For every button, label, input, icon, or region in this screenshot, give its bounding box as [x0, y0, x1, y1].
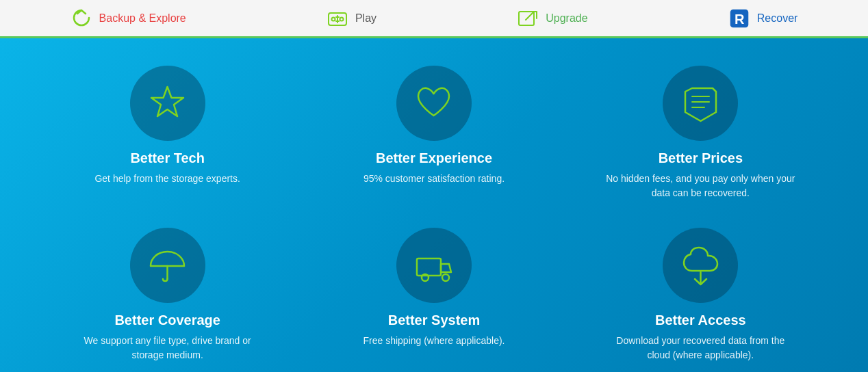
- tag-icon: [678, 81, 723, 126]
- recover-icon: R: [728, 8, 750, 29]
- system-icon-circle: [396, 228, 472, 303]
- tech-desc: Get help from the storage experts.: [94, 172, 240, 186]
- system-title: Better System: [388, 313, 481, 328]
- main-nav: Backup & Explore Play: [27, 8, 841, 29]
- feature-coverage: Better Coverage We support any file type…: [41, 221, 294, 369]
- coverage-icon-circle: [130, 228, 205, 303]
- backup-icon: [71, 8, 92, 29]
- feature-system: Better System Free shipping (where appli…: [307, 221, 560, 369]
- svg-point-2: [340, 17, 343, 21]
- upgrade-icon: [517, 8, 539, 29]
- svg-point-1: [331, 17, 335, 21]
- prices-desc: No hidden fees, and you pay only when yo…: [604, 172, 796, 200]
- main-content: Better Tech Get help from the storage ex…: [0, 38, 868, 372]
- feature-prices: Better Prices No hidden fees, and you pa…: [574, 59, 827, 207]
- nav-upgrade[interactable]: Upgrade: [517, 8, 587, 29]
- header: Backup & Explore Play: [0, 0, 868, 38]
- nav-backup-label: Backup & Explore: [99, 12, 186, 25]
- coverage-desc: We support any file type, drive brand or…: [72, 334, 264, 362]
- feature-tech: Better Tech Get help from the storage ex…: [41, 59, 294, 207]
- nav-play[interactable]: Play: [327, 8, 376, 29]
- svg-text:R: R: [735, 12, 745, 27]
- prices-title: Better Prices: [659, 150, 743, 166]
- experience-title: Better Experience: [376, 150, 492, 166]
- cloud-download-icon: [678, 243, 723, 288]
- tech-icon-circle: [130, 66, 205, 141]
- experience-icon-circle: [396, 66, 472, 141]
- prices-icon-circle: [663, 66, 738, 141]
- umbrella-icon: [145, 243, 190, 288]
- nav-play-label: Play: [355, 12, 376, 25]
- access-icon-circle: [663, 228, 738, 303]
- svg-marker-6: [151, 87, 183, 116]
- experience-desc: 95% customer satisfaction rating.: [363, 172, 505, 186]
- truck-icon: [411, 243, 456, 288]
- nav-recover-label: Recover: [757, 12, 798, 25]
- access-desc: Download your recovered data from the cl…: [604, 334, 796, 362]
- access-title: Better Access: [655, 313, 746, 328]
- nav-upgrade-label: Upgrade: [546, 12, 587, 25]
- coverage-title: Better Coverage: [114, 313, 220, 328]
- feature-experience: Better Experience 95% customer satisfact…: [307, 59, 560, 207]
- svg-rect-11: [417, 258, 441, 276]
- feature-access: Better Access Download your recovered da…: [574, 221, 827, 369]
- play-icon: [327, 8, 348, 29]
- svg-point-13: [442, 274, 449, 281]
- system-desc: Free shipping (where applicable).: [363, 334, 505, 348]
- tech-title: Better Tech: [130, 150, 205, 166]
- nav-recover[interactable]: R Recover: [728, 8, 798, 29]
- star-icon: [145, 81, 190, 126]
- heart-icon: [411, 81, 456, 126]
- nav-backup[interactable]: Backup & Explore: [71, 8, 186, 29]
